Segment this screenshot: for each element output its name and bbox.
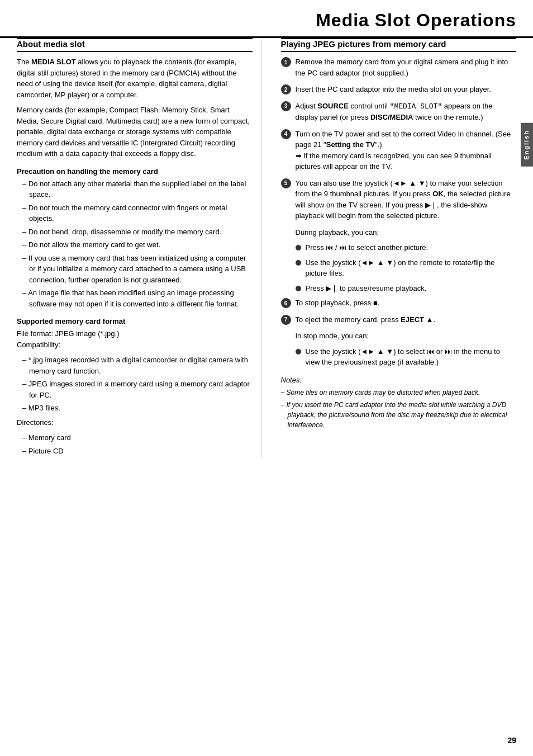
bullet-3 <box>296 286 301 291</box>
page-number: 29 <box>507 736 516 745</box>
supported-format-title: Supported memory card format <box>17 317 253 325</box>
step-1-text: Remove the memory card from your digital… <box>296 56 517 78</box>
main-content: About media slot The MEDIA SLOT allows y… <box>0 38 533 470</box>
during-item-3-text: Press ▶❘ to pause/resume playback. <box>306 283 427 294</box>
stop-mode-item-1: Use the joystick (◄► ▲ ▼) to select ⏮ or… <box>296 346 517 368</box>
during-item-1: Press ⏮ / ⏭ to select another picture. <box>296 242 517 253</box>
intro-para-1: The MEDIA SLOT allows you to playback th… <box>17 56 253 100</box>
stop-mode-item-1-text: Use the joystick (◄► ▲ ▼) to select ⏮ or… <box>306 346 517 368</box>
eject-bold: EJECT ▲ <box>401 315 433 324</box>
precaution-item-3: Do not bend, drop, disassemble or modify… <box>22 226 253 238</box>
during-playback-label: During playback, you can; <box>296 227 517 238</box>
step-4-text: Turn on the TV power and set to the corr… <box>296 129 517 172</box>
step-6-text: To stop playback, press ■. <box>296 297 380 309</box>
step-3-num: 3 <box>281 101 291 111</box>
step-2-text: Insert the PC card adaptor into the medi… <box>296 84 491 95</box>
step-4-num: 4 <box>281 129 291 139</box>
step-3: 3 Adjust SOURCE control until "MEDIA SLO… <box>281 101 517 123</box>
bullet-1 <box>296 245 301 251</box>
notes-title: Notes: <box>281 375 517 386</box>
notes-section: Notes: – Some files on memory cards may … <box>281 375 517 431</box>
step-6-num: 6 <box>281 298 291 308</box>
dir-item-2: Picture CD <box>22 446 253 457</box>
bullet-2 <box>296 260 301 266</box>
precaution-title: Precaution on handling the memory card <box>17 167 253 176</box>
stop-bullet-1 <box>296 349 301 355</box>
right-column: Playing JPEG pictures from memory card 1… <box>278 38 517 459</box>
step-5-num: 5 <box>281 178 291 188</box>
precaution-item-6: An image file that has been modified usi… <box>22 287 253 309</box>
directories-label: Directories: <box>17 417 253 428</box>
during-item-1-text: Press ⏮ / ⏭ to select another picture. <box>306 242 429 253</box>
during-item-2-text: Use the joystick (◄► ▲ ▼) on the remote … <box>306 257 517 279</box>
step-5: 5 You can also use the joystick (◄► ▲ ▼)… <box>281 178 517 221</box>
precaution-item-5: If you use a memory card that has been i… <box>22 253 253 286</box>
step-7-text: To eject the memory card, press EJECT ▲. <box>296 314 436 325</box>
during-item-3: Press ▶❘ to pause/resume playback. <box>296 283 517 294</box>
note-item-2: – If you insert the PC card adaptor into… <box>281 400 517 430</box>
during-playback-section: During playback, you can; Press ⏮ / ⏭ to… <box>296 227 517 294</box>
setting-tv-bold: Setting the TV <box>326 140 375 149</box>
compat-item-2: JPEG images stored in a memory card usin… <box>22 379 253 400</box>
stop-mode-label: In stop mode, you can; <box>296 330 517 342</box>
playing-jpeg-title: Playing JPEG pictures from memory card <box>281 38 517 52</box>
intro-para-2: Memory cards (for example, Compact Flash… <box>17 105 253 159</box>
media-slot-bold: MEDIA SLOT <box>31 58 76 66</box>
step-3-text: Adjust SOURCE control until "MEDIA SLOT"… <box>296 101 517 123</box>
language-tab: English <box>521 123 533 167</box>
left-column: About media slot The MEDIA SLOT allows y… <box>17 38 261 459</box>
note-item-1: – Some files on memory cards may be dist… <box>281 388 517 398</box>
step-7: 7 To eject the memory card, press EJECT … <box>281 314 517 325</box>
stop-mode-section: In stop mode, you can; Use the joystick … <box>296 330 517 368</box>
page-header: Media Slot Operations <box>0 0 533 38</box>
step-1-num: 1 <box>281 57 291 67</box>
media-slot-mono: "MEDIA SLOT" <box>390 102 442 111</box>
compat-item-3: MP3 files. <box>22 403 253 414</box>
compat-item-1: *.jpg images recorded with a digital cam… <box>22 355 253 376</box>
page-container: Media Slot Operations English About medi… <box>0 0 533 756</box>
during-item-2: Use the joystick (◄► ▲ ▼) on the remote … <box>296 257 517 279</box>
about-media-slot-title: About media slot <box>17 38 253 52</box>
step-7-num: 7 <box>281 315 291 325</box>
step-2-num: 2 <box>281 84 291 94</box>
disc-media-bold: DISC/MEDIA <box>370 113 413 121</box>
step-2: 2 Insert the PC card adaptor into the me… <box>281 84 517 95</box>
page-title: Media Slot Operations <box>17 10 516 31</box>
precaution-item-2: Do not touch the memory card connector w… <box>22 202 253 224</box>
precaution-item-1: Do not attach any other material than th… <box>22 178 253 200</box>
source-bold: SOURCE <box>317 102 349 110</box>
step-1: 1 Remove the memory card from your digit… <box>281 56 517 78</box>
dir-item-1: Memory card <box>22 432 253 443</box>
step-4: 4 Turn on the TV power and set to the co… <box>281 129 517 172</box>
step-5-text: You can also use the joystick (◄► ▲ ▼) t… <box>296 178 517 221</box>
file-format: File format: JPEG image (*.jpg.)Compatib… <box>17 328 253 350</box>
step-6: 6 To stop playback, press ■. <box>281 297 517 309</box>
precaution-item-4: Do not allow the memory card to get wet. <box>22 239 253 251</box>
ok-bold: OK <box>432 190 444 198</box>
